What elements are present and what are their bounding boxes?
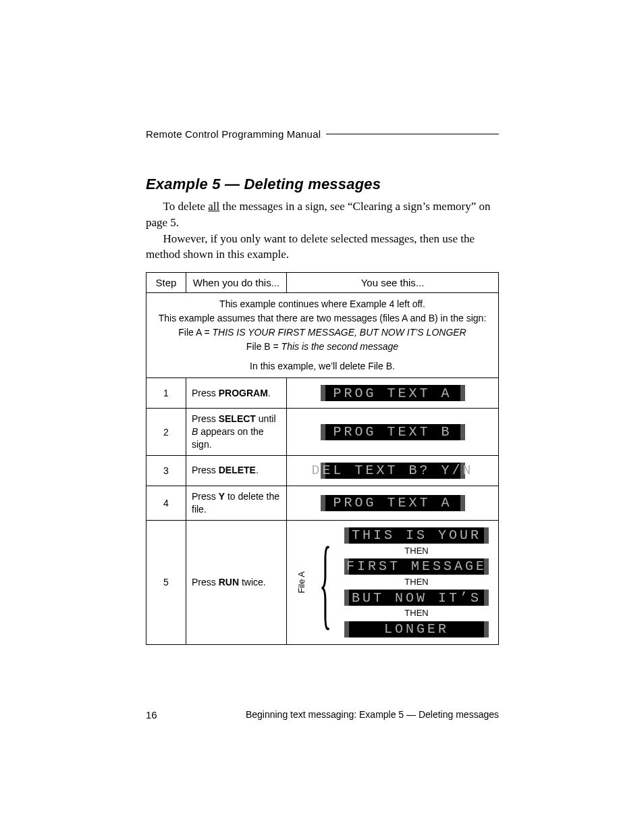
steps-table: Step When you do this... You see this...… [146, 272, 499, 644]
running-header: Remote Control Programming Manual [146, 128, 499, 140]
led-sign-display: LONGER [344, 621, 489, 637]
then-label: THEN [404, 546, 428, 556]
step-number: 2 [146, 409, 186, 456]
when-cell: Press DELETE. [186, 455, 287, 486]
step-number: 1 [146, 378, 186, 409]
led-sign-display: THIS IS YOUR [344, 527, 489, 544]
when-text: twice. [239, 577, 266, 588]
intro-row: This example continues where Example 4 l… [146, 293, 499, 378]
intro-line-4: File B = This is the second message [152, 340, 493, 354]
see-cell: PROG TEXT A [287, 486, 499, 520]
when-bold: DELETE [219, 465, 256, 475]
table-header-row: Step When you do this... You see this... [146, 273, 499, 293]
col-header-step: Step [146, 273, 186, 293]
when-text: Press [192, 465, 219, 475]
header-rule [326, 134, 499, 134]
led-sign-display: DEL TEXT B? Y/N [321, 463, 465, 479]
see-cell: DEL TEXT B? Y/N [287, 455, 499, 486]
step-number: 4 [146, 486, 186, 520]
when-bold: PROGRAM [219, 388, 268, 398]
page: Remote Control Programming Manual Exampl… [0, 0, 644, 834]
see-cell: PROG TEXT B [287, 409, 499, 456]
when-text: Press [192, 413, 219, 424]
table-row: 1 Press PROGRAM. PROG TEXT A [146, 378, 499, 409]
when-text: . [256, 465, 259, 475]
when-bold: Y [219, 491, 225, 502]
col-header-see: You see this... [287, 273, 499, 293]
step-number: 3 [146, 455, 186, 486]
table-row: 4 Press Y to delete the file. PROG TEXT … [146, 486, 499, 520]
intro-line-3a: File A = [178, 327, 212, 338]
intro-line-5: In this example, we’ll delete File B. [152, 359, 493, 373]
when-bold: RUN [219, 577, 239, 588]
p1-underlined-word: all [208, 200, 219, 213]
page-number: 16 [146, 709, 157, 721]
brace-icon: { [319, 547, 331, 618]
led-sign-display: FIRST MESSAGE [344, 558, 489, 575]
when-text: until [256, 413, 276, 424]
then-label: THEN [404, 608, 428, 618]
intro-paragraph-1: To delete all the messages in a sign, se… [146, 199, 499, 231]
table-row: 2 Press SELECT until B appears on the si… [146, 409, 499, 456]
p1-part-a: To delete [163, 200, 209, 213]
when-cell: Press SELECT until B appears on the sign… [186, 409, 287, 456]
step-number: 5 [146, 520, 186, 644]
when-italic: B [192, 426, 198, 437]
intro-line-3: File A = THIS IS YOUR FIRST MESSAGE, BUT… [152, 325, 493, 340]
table-row: 3 Press DELETE. DEL TEXT B? Y/N [146, 455, 499, 486]
see-cell: PROG TEXT A [287, 378, 499, 409]
intro-paragraph-2: However, if you only want to delete sele… [146, 231, 499, 263]
col-header-when: When you do this... [186, 273, 287, 293]
intro-cell: This example continues where Example 4 l… [146, 293, 499, 378]
page-footer: 16 Beginning text messaging: Example 5 —… [146, 709, 499, 721]
step5-wrapper: File A { THIS IS YOUR THEN FIRST MESSAGE… [292, 525, 493, 640]
spacer [152, 354, 493, 359]
when-text: appears on the sign. [192, 426, 264, 450]
see-cell: File A { THIS IS YOUR THEN FIRST MESSAGE… [287, 520, 499, 644]
footer-text: Beginning text messaging: Example 5 — De… [246, 709, 499, 721]
intro-line-3b: THIS IS YOUR FIRST MESSAGE, BUT NOW IT’S… [212, 327, 466, 338]
intro-line-1: This example continues where Example 4 l… [152, 297, 493, 311]
when-text: Press [192, 388, 219, 398]
led-sign-display: BUT NOW IT’S [344, 590, 489, 606]
section-title: Example 5 — Deleting messages [146, 176, 499, 193]
when-cell: Press Y to delete the file. [186, 486, 287, 520]
when-text: Press [192, 491, 219, 502]
when-cell: Press PROGRAM. [186, 378, 287, 409]
table-row: 5 Press RUN twice. File A { THIS IS YOUR… [146, 520, 499, 644]
when-text: . [268, 388, 271, 398]
file-a-label: File A [296, 571, 306, 594]
led-sign-display: PROG TEXT A [321, 385, 465, 401]
intro-line-2: This example assumes that there are two … [152, 311, 493, 325]
sign-stack: THIS IS YOUR THEN FIRST MESSAGE THEN BUT… [344, 525, 489, 640]
then-label: THEN [404, 577, 428, 587]
intro-line-4a: File B = [246, 341, 281, 352]
led-sign-display: PROG TEXT B [321, 424, 465, 440]
when-text: Press [192, 577, 219, 588]
running-header-text: Remote Control Programming Manual [146, 128, 321, 140]
when-cell: Press RUN twice. [186, 520, 287, 644]
led-sign-display: PROG TEXT A [321, 495, 465, 511]
intro-line-4b: This is the second message [281, 341, 399, 352]
when-bold: SELECT [219, 413, 256, 424]
